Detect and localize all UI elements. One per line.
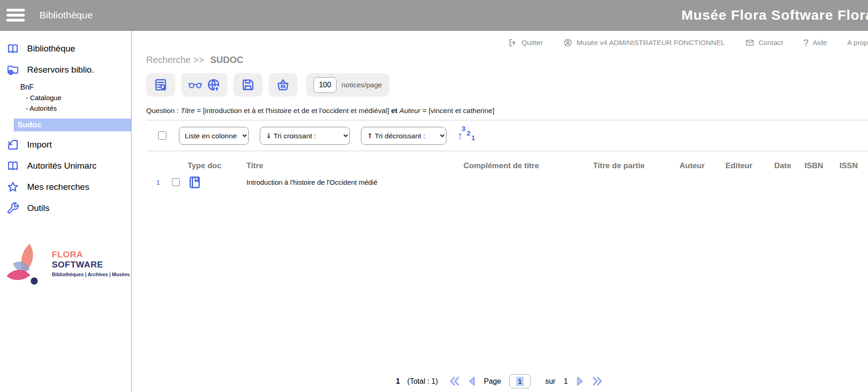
select-all-checkbox[interactable] [158,131,166,140]
flora-software-logo: FLORA SOFTWARE Bibliothèques | Archives … [3,239,131,288]
results-table-header: Type doc Titre Complément de titre Titre… [146,158,868,172]
column-header-type-doc: Type doc [188,161,246,170]
column-header-issn: ISSN [839,161,868,170]
question-op2: = [423,107,427,114]
next-page-icon[interactable] [573,375,586,387]
question-terms2: [vincent et catherine] [428,107,494,114]
sidebar-item-mes-recherches[interactable]: Mes recherches [0,176,131,198]
column-header-titre-partie: Titre de partie [593,161,680,170]
main-content: Quitter Musée v4 ADMINISTRATEUR FONCTION… [131,31,868,392]
logo-flora-text: FLORA [52,250,83,259]
sidebar: Bibliothèque Réservoirs biblio. BnF - Ca… [0,31,131,392]
basket-button[interactable] [268,73,297,97]
save-floppy-icon [241,78,255,92]
sidebar-item-label: Autorités Unimarc [27,161,97,171]
divider [146,120,868,120]
column-header-date: Date [774,161,805,170]
logo-software-text: SOFTWARE [52,260,103,269]
notices-per-page-label: notices/page [342,81,382,89]
sort-ascending-select[interactable]: ⇓ Tri croissant : [260,127,350,145]
row-number-link[interactable]: 1 [146,178,170,186]
sidebar-item-label: Mes recherches [27,182,89,192]
sidebar-item-reservoirs[interactable]: Réservoirs biblio. [0,59,131,80]
notices-per-page-control: notices/page [306,73,389,97]
sidebar-item-autorites-unimarc[interactable]: Autorités Unimarc [0,155,131,176]
folder-globe-icon [6,63,19,76]
prev-page-icon[interactable] [466,375,479,387]
total-pages: 1 [564,377,568,386]
about-label: A propos [847,39,868,47]
sort-descending-select[interactable]: ⇑ Tri décroissant : [361,127,446,145]
breadcrumb-section: Recherche >> [146,55,204,65]
document-type-cell [188,175,246,189]
sidebar-item-sudoc-active[interactable]: Sudoc [14,119,131,131]
question-label: Question : [146,107,179,114]
toolbar: notices/page [146,73,868,97]
sur-label: sur [545,377,555,386]
sidebar-item-catalogue[interactable]: - Catalogue [0,92,131,103]
page-number-input[interactable] [509,374,531,388]
row-checkbox[interactable] [172,178,180,186]
pagination: 1 (Total : 1) Page sur 1 [131,374,868,388]
mail-icon [745,38,754,47]
breadcrumb: Recherche >> SUDOC [146,55,868,65]
first-page-icon[interactable] [448,375,461,387]
sidebar-item-outils[interactable]: Outils [0,198,131,219]
sort-controls: Liste en colonnes ⇓ Tri croissant : ⇑ Tr… [146,125,868,146]
question-field2: Auteur [400,107,421,114]
top-header: Bibliothèque Musée Flora Software Flora [0,0,868,31]
numeric-sort-icon[interactable]: 3 ↑ 2 1 [457,125,477,146]
logo-petals-icon [3,239,50,288]
view-export-button[interactable] [181,73,228,97]
result-total: (Total : 1) [407,377,438,386]
column-header-titre: Titre [246,161,463,170]
import-icon [6,138,19,151]
help-link[interactable]: ? Aide [803,37,827,48]
view-mode-select[interactable]: Liste en colonnes [179,127,249,145]
quit-label: Quitter [521,39,543,47]
sidebar-group-bnf[interactable]: BnF [0,80,131,92]
divider [146,151,868,151]
organization-title: Musée Flora Software Flora [681,7,868,23]
record-title: Introduction à l'histoire de l'Occident … [246,178,463,186]
last-page-icon[interactable] [591,375,604,387]
book-open-icon [6,42,19,55]
utility-bar: Quitter Musée v4 ADMINISTRATEUR FONCTION… [146,31,868,49]
table-row[interactable]: 1 Introduction à l'histoire de l'Occiden… [146,175,868,189]
contact-label: Contact [759,39,783,47]
logo-brand: FLORA SOFTWARE [52,250,131,270]
about-link[interactable]: A propos [847,39,868,47]
user-account[interactable]: Musée v4 ADMINISTRATEUR FONCTIONNEL [563,38,725,47]
question-terms1: [introduction et à et l'histoire et de e… [203,107,389,114]
book-open-icon [6,159,19,172]
user-label: Musée v4 ADMINISTRATEUR FONCTIONNEL [577,39,725,47]
book-bookmark-icon[interactable] [188,175,202,189]
quit-link[interactable]: Quitter [508,38,543,47]
result-count: 1 [396,377,400,386]
globe-upload-icon [206,78,221,92]
help-icon: ? [803,37,809,48]
list-search-icon [154,78,168,92]
hamburger-menu-icon[interactable] [6,6,25,24]
sidebar-item-bibliotheque[interactable]: Bibliothèque [0,38,131,59]
help-label: Aide [813,39,827,47]
sidebar-item-label: Import [27,140,52,150]
question-bool: et [391,107,398,114]
glasses-icon [188,78,202,92]
wrench-icon [6,202,19,215]
basket-icon [276,78,290,92]
logo-tagline: Bibliothèques | Archives | Musées [52,272,131,277]
question-field1: Titre [181,107,195,114]
contact-link[interactable]: Contact [745,38,783,47]
sidebar-item-label: Outils [27,203,50,213]
sidebar-item-label: Réservoirs biblio. [27,65,94,75]
sidebar-item-autorites[interactable]: - Autorités [0,103,131,114]
sidebar-item-import[interactable]: Import [0,134,131,155]
app-title: Bibliothèque [40,10,93,21]
save-button[interactable] [234,73,263,97]
column-header-auteur: Auteur [680,161,725,170]
column-header-complement: Complément de titre [463,161,593,170]
list-search-button[interactable] [146,73,175,97]
logout-icon [508,38,517,47]
notices-per-page-input[interactable] [314,77,337,93]
